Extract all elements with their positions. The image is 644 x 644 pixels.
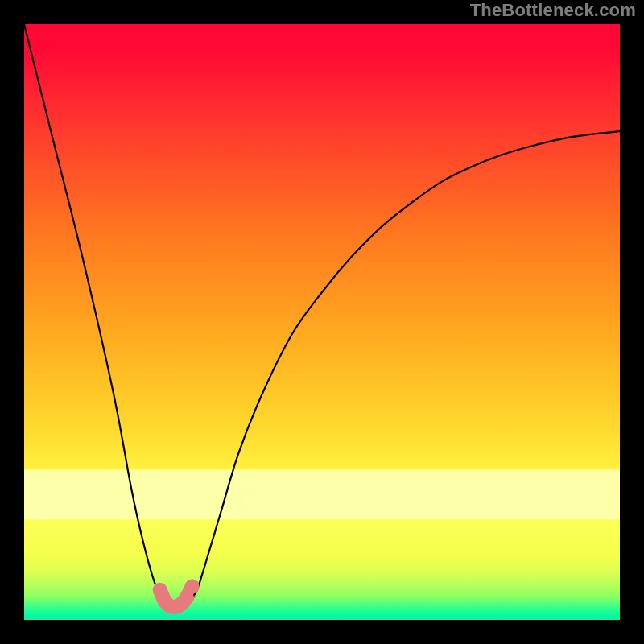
watermark-text: TheBottleneck.com [470,0,636,21]
chart-svg [24,24,620,620]
main-curve [24,24,620,609]
chart-frame: TheBottleneck.com [0,0,644,644]
highlight-dot [185,580,200,594]
highlight-dots [153,580,200,614]
